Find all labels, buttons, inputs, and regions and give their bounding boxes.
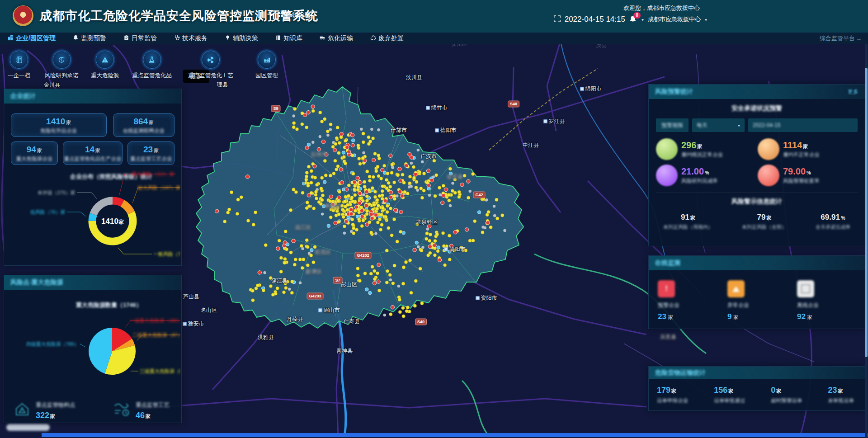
transport-stat-row: 179家运单申报企业156家运单审批通过0家超时预警运单23家未审批运单 bbox=[649, 379, 865, 404]
monitor-stat: 离线企业92家 bbox=[797, 280, 847, 321]
svg-text:低风险（76）家: 低风险（76）家 bbox=[30, 209, 66, 215]
keypoint-label: 重点监管工艺 bbox=[136, 401, 170, 409]
more-link[interactable]: 更多 bbox=[848, 88, 859, 96]
stat-box-label: 重点监管危化品生产企业 bbox=[64, 155, 122, 162]
nav-item-5[interactable]: 知识库 bbox=[275, 34, 302, 42]
major-hazard-pie-chart: 重大危险源数量（1746）一级重大危险源（280）二级重大危险源（87）三级重大… bbox=[4, 293, 180, 397]
process-icon bbox=[113, 400, 131, 420]
svg-text:重大危险源数量（1746）: 重大危险源数量（1746） bbox=[76, 301, 142, 308]
warn-date-input[interactable]: 2022-04-15 bbox=[748, 118, 858, 132]
nav-item-label: 日常监管 bbox=[132, 34, 157, 42]
grid-icon bbox=[278, 11, 283, 19]
nav-item-2[interactable]: 日常监管 bbox=[123, 34, 157, 42]
warning-bottom-stats: 91家未判定风险（周期内）79家未判定风险（全部）69.91%全市承诺完成率 bbox=[649, 213, 865, 231]
notebook-icon bbox=[10, 51, 28, 69]
clipboard-icon bbox=[123, 35, 129, 42]
section-title: 风险警示信息统计 bbox=[649, 198, 865, 206]
nav-item-6[interactable]: 危化运输 bbox=[320, 34, 353, 42]
subnav-item-label: 重大危险源 bbox=[91, 72, 119, 80]
svg-text:较大风险（147）家: 较大风险（147）家 bbox=[137, 185, 180, 190]
nav-item-label: 监测预警 bbox=[81, 34, 106, 42]
panel-title: 企业统计 bbox=[10, 92, 36, 100]
stat-box: 94家重大危险源企业 bbox=[11, 141, 58, 165]
stethoscope-icon bbox=[174, 35, 180, 42]
nav-item-label: 危化运输 bbox=[328, 34, 353, 42]
warn-period-select[interactable]: 每天 ▾ bbox=[692, 118, 745, 132]
notifications-bell[interactable]: 0 bbox=[629, 15, 637, 24]
svg-text:三级重大危险源（594）: 三级重大危险源（594） bbox=[140, 368, 180, 374]
monitor-stat-label: 预警企业 bbox=[658, 301, 708, 309]
system-nav-label: 系统导航 bbox=[286, 11, 311, 19]
subnav-item-3[interactable]: 重点监管危化品 bbox=[132, 51, 172, 80]
stat-box-label: 危险化学品企业 bbox=[12, 127, 105, 134]
promise-circle-stats: 296家履约情况正常企业1114家履约不正常企业21.00%风险研判完成率79.… bbox=[649, 138, 865, 186]
square-icon-square bbox=[797, 280, 814, 297]
transport-stat-label: 超时预警运单 bbox=[771, 397, 802, 404]
subnav-item-2[interactable]: 重大危险源 bbox=[91, 51, 119, 80]
transport-stat: 23家未审批运单 bbox=[828, 386, 854, 404]
subnav-item-5[interactable]: 园区管理 bbox=[255, 51, 278, 80]
system-nav-button[interactable]: 系统导航 bbox=[278, 11, 311, 19]
nav-item-label: 技术服务 bbox=[182, 34, 208, 42]
transport-stat: 179家运单申报企业 bbox=[657, 386, 688, 404]
warning-triangle-icon bbox=[96, 51, 114, 69]
platform-link[interactable]: 综合监管平台→ bbox=[820, 34, 862, 42]
keypoint-stat: 重点监管工艺46家 bbox=[113, 400, 170, 420]
warning-stat: 79家未判定风险（全部） bbox=[742, 213, 787, 231]
dashboard-root: 金川县理县汶川县绵阳市绵竹市罗江县什邡市德阳市中江县广汉市龙泉驿区简阳市资阳市蒲… bbox=[0, 0, 868, 438]
panel-title: 危险货物运输统计 bbox=[655, 369, 706, 377]
panel-title: 风险点-重大危险源 bbox=[10, 278, 63, 287]
warning-stat-label: 未判定风险（全部） bbox=[742, 224, 787, 231]
transport-stat-label: 运单审批通过 bbox=[714, 397, 745, 404]
nav-item-3[interactable]: 技术服务 bbox=[174, 34, 208, 42]
nav-item-0[interactable]: 企业/园区管理 bbox=[8, 34, 56, 42]
stat-circle-green bbox=[656, 138, 678, 160]
chevron-down-icon[interactable]: ▾ bbox=[705, 17, 707, 22]
monitor-stat-label: 离线企业 bbox=[797, 301, 847, 309]
square-icon-bang: ! bbox=[658, 280, 675, 297]
transport-stat: 0家超时预警运单 bbox=[771, 386, 802, 404]
subnav-item-label: 重点监管危化品 bbox=[132, 72, 172, 80]
app-header: 成都市化工危险化学品安全风险管控监测预警系统 系统导航 欢迎您，成都市应急救援中… bbox=[0, 0, 868, 33]
panel-enterprise-stats: 企业统计 1410家危险化学品企业864家在线监测联网企业 94家重大危险源企业… bbox=[4, 89, 182, 266]
user-org-dropdown[interactable]: 成都市应急救援中心 bbox=[648, 15, 701, 24]
circle-stat-label: 履约不正常企业 bbox=[783, 151, 820, 158]
keypoint-stats: 重点监管物料点322家重点监管工艺46家 bbox=[4, 397, 181, 420]
stat-box: 1410家危险化学品企业 bbox=[11, 113, 107, 137]
chevron-down-icon[interactable]: ▾ bbox=[642, 17, 644, 22]
nav-item-1[interactable]: 监测预警 bbox=[73, 34, 106, 42]
keypoint-label: 重点监管物料点 bbox=[36, 401, 75, 409]
circle-stat: 1114家履约不正常企业 bbox=[758, 138, 858, 160]
svg-text:一般风险（799）家: 一般风险（799）家 bbox=[153, 251, 180, 257]
subnav-item-0[interactable]: 一企一档 bbox=[8, 51, 30, 80]
nav-item-7[interactable]: 废弃处置 bbox=[370, 34, 404, 42]
enterprise-stat-row-2: 94家重大危险源企业14家重点监管危化品生产企业23家重点监管工艺企业 bbox=[4, 141, 181, 165]
book-icon bbox=[275, 35, 281, 42]
datetime-display: 2022-04-15 14:15 bbox=[565, 15, 625, 24]
enterprise-risk-donut-chart: 企业分布（按照风险等级）统计重大风险（113）家较大风险（147）家一般风险（7… bbox=[4, 169, 180, 264]
subnav-item-4[interactable]: 重点监管危化工艺 bbox=[188, 51, 233, 80]
bottom-river-strip bbox=[42, 433, 868, 437]
scrollbar-thumb[interactable] bbox=[865, 68, 868, 357]
keypoint-stat: 重点监管物料点322家 bbox=[13, 400, 75, 420]
welcome-text: 欢迎您，成都市应急救援中心 bbox=[623, 4, 700, 12]
svg-text:四级重大危险源（785）: 四级重大危险源（785） bbox=[26, 341, 79, 347]
transport-stat-label: 运单申报企业 bbox=[657, 397, 688, 404]
warning-filters: 预警期限 每天 ▾ 2022-04-15 bbox=[649, 118, 865, 132]
panel-online-monitor: 在线监测 !预警企业23家异常企业9家离线企业92家 bbox=[648, 255, 865, 329]
svg-text:二级重大危险源（87）: 二级重大危险源（87） bbox=[132, 332, 180, 338]
org-building-icon bbox=[8, 35, 14, 42]
nav-item-4[interactable]: 辅助决策 bbox=[225, 34, 258, 42]
monitor-stat: 异常企业9家 bbox=[727, 280, 777, 321]
circle-stat-label: 风险研判完成率 bbox=[681, 178, 718, 184]
circle-stat-label: 风险预警处置率 bbox=[783, 178, 820, 184]
app-logo bbox=[13, 5, 33, 26]
stat-box: 14家重点监管危化品生产企业 bbox=[63, 141, 123, 165]
arrow-right-icon: → bbox=[856, 35, 862, 42]
recycle-icon bbox=[370, 35, 376, 42]
monitor-stat: !预警企业23家 bbox=[658, 280, 708, 321]
subnav-item-1[interactable]: 风险研判承诺 bbox=[45, 51, 79, 80]
fullscreen-icon[interactable] bbox=[554, 15, 561, 24]
bell-icon bbox=[73, 35, 79, 42]
panel-risk-warning: 风险预警统计 更多 安全承诺状况预警 预警期限 每天 ▾ 2022-04-15 … bbox=[648, 84, 865, 246]
